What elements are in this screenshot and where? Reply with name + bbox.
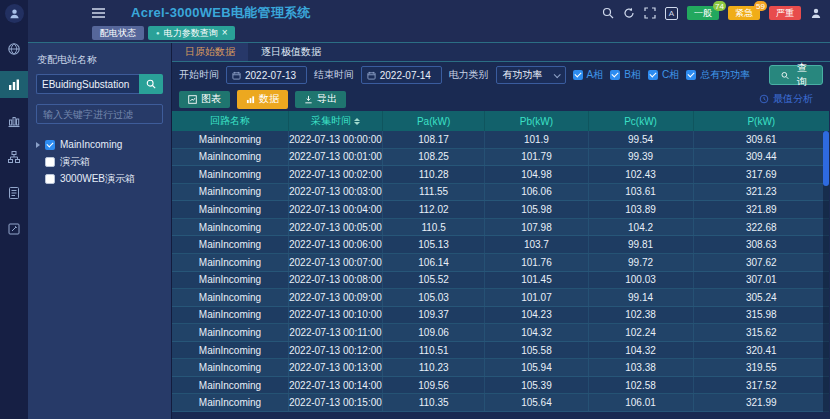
phase-c-label: C相 xyxy=(662,68,679,82)
tree-filter-input[interactable] xyxy=(36,104,163,124)
tree-checkbox-unchecked[interactable] xyxy=(45,174,55,184)
table-row[interactable]: MainIncoming2022-07-13 00:14:00109.56105… xyxy=(172,377,829,395)
table-row[interactable]: MainIncoming2022-07-13 00:07:00106.14101… xyxy=(172,254,829,272)
table-cell: MainIncoming xyxy=(172,289,289,306)
table-cell: 2022-07-13 00:08:00 xyxy=(289,272,383,289)
extreme-analysis-link[interactable]: 最值分析 xyxy=(759,92,813,106)
table-cell: MainIncoming xyxy=(172,359,289,376)
document-icon xyxy=(7,186,21,200)
chart-view-button[interactable]: 图表 xyxy=(179,91,230,108)
navbar-actions: A 一般 74 紧急 59 严重 xyxy=(602,6,830,20)
table-row[interactable]: MainIncoming2022-07-13 00:15:00110.35105… xyxy=(172,394,829,412)
tree-checkbox-unchecked[interactable] xyxy=(45,157,55,167)
header-pb: Pb(kW) xyxy=(485,111,588,131)
table-cell: 2022-07-13 00:13:00 xyxy=(289,359,383,376)
table-cell: 319.55 xyxy=(694,359,829,376)
table-row[interactable]: MainIncoming2022-07-13 00:06:00105.13103… xyxy=(172,236,829,254)
rail-item-overview[interactable] xyxy=(0,35,28,62)
tree-node-mainincoming[interactable]: MainIncoming xyxy=(36,136,163,153)
table-cell: MainIncoming xyxy=(172,377,289,394)
workspace: 变配电站名称 MainIncoming 演示 xyxy=(28,43,830,419)
power-type-value: 有功功率 xyxy=(503,68,543,82)
tree-node-label: 3000WEB演示箱 xyxy=(60,172,135,186)
end-date-input[interactable]: 2022-07-14 xyxy=(361,66,442,84)
tab-power-parameter-query-label: 电力参数查询 xyxy=(164,27,218,40)
table-row[interactable]: MainIncoming2022-07-13 00:02:00110.28104… xyxy=(172,166,829,184)
phase-b-checkbox[interactable]: B相 xyxy=(610,68,641,82)
rail-item-power-query[interactable] xyxy=(0,71,28,98)
station-search-button[interactable] xyxy=(139,74,163,94)
table-row[interactable]: MainIncoming2022-07-13 00:11:00109.06104… xyxy=(172,324,829,342)
table-scrollbar[interactable] xyxy=(823,131,829,412)
tab-distribution-status[interactable]: 配电状态 xyxy=(92,26,144,40)
table-cell: 104.32 xyxy=(485,324,588,341)
scrollbar-thumb[interactable] xyxy=(823,131,829,186)
alarm-severe-button[interactable]: 严重 xyxy=(769,6,801,20)
data-view-button[interactable]: 数据 xyxy=(237,90,288,109)
expand-caret-icon[interactable] xyxy=(36,142,40,148)
table-cell: 2022-07-13 00:06:00 xyxy=(289,236,383,253)
refresh-icon[interactable] xyxy=(623,7,635,19)
table-row[interactable]: MainIncoming2022-07-13 00:08:00105.52101… xyxy=(172,272,829,290)
alarm-urgent-button[interactable]: 紧急 59 xyxy=(728,6,760,20)
rail-item-settings[interactable] xyxy=(0,215,28,242)
tree-checkbox-checked[interactable] xyxy=(45,140,55,150)
tree-node-demo-box[interactable]: 演示箱 xyxy=(36,153,163,170)
table-cell: 2022-07-13 00:00:00 xyxy=(289,131,383,148)
table-row[interactable]: MainIncoming2022-07-13 00:01:00108.25101… xyxy=(172,149,829,167)
phase-c-checkbox[interactable]: C相 xyxy=(648,68,679,82)
table-cell: 104.98 xyxy=(485,166,588,183)
header-collect-time[interactable]: 采集时间 xyxy=(289,111,383,131)
table-row[interactable]: MainIncoming2022-07-13 00:04:00112.02105… xyxy=(172,201,829,219)
left-rail xyxy=(0,0,28,419)
search-icon[interactable] xyxy=(602,7,614,19)
content-tab-bar: 日原始数据 逐日极值数据 xyxy=(172,43,830,62)
table-row[interactable]: MainIncoming2022-07-13 00:10:00109.37104… xyxy=(172,307,829,325)
table-cell: 2022-07-13 00:11:00 xyxy=(289,324,383,341)
table-cell: 2022-07-13 00:02:00 xyxy=(289,166,383,183)
rail-item-reports[interactable] xyxy=(0,179,28,206)
station-search-input[interactable] xyxy=(36,74,139,94)
tree-node-3000web-demo-box[interactable]: 3000WEB演示箱 xyxy=(36,170,163,187)
close-icon[interactable]: × xyxy=(222,28,228,38)
user-icon[interactable] xyxy=(810,7,822,19)
checkbox-checked xyxy=(648,70,658,80)
main-content: 日原始数据 逐日极值数据 开始时间 2022-07-13 结束时间 2022-0… xyxy=(172,43,830,419)
table-row[interactable]: MainIncoming2022-07-13 00:00:00108.17101… xyxy=(172,131,829,149)
top-navbar: Acrel-3000WEB电能管理系统 A 一般 74 紧急 xyxy=(28,0,830,26)
table-cell: 112.02 xyxy=(383,201,485,218)
tab-daily-raw-data[interactable]: 日原始数据 xyxy=(172,43,248,61)
export-button-label: 导出 xyxy=(317,92,337,106)
table-cell: 2022-07-13 00:04:00 xyxy=(289,201,383,218)
export-button[interactable]: 导出 xyxy=(295,91,346,108)
table-cell: 2022-07-13 00:14:00 xyxy=(289,377,383,394)
power-type-select[interactable]: 有功功率 xyxy=(496,66,566,84)
table-cell: MainIncoming xyxy=(172,166,289,183)
table-row[interactable]: MainIncoming2022-07-13 00:12:00110.51105… xyxy=(172,342,829,360)
fullscreen-icon[interactable] xyxy=(644,7,656,19)
table-cell: 2022-07-13 00:15:00 xyxy=(289,394,383,411)
user-avatar[interactable] xyxy=(5,4,24,23)
total-active-power-checkbox[interactable]: 总有功功率 xyxy=(686,68,750,82)
query-button[interactable]: 查询 xyxy=(769,65,823,85)
table-row[interactable]: MainIncoming2022-07-13 00:09:00105.03101… xyxy=(172,289,829,307)
alarm-general-label: 一般 xyxy=(694,7,712,20)
rail-item-topology[interactable] xyxy=(0,143,28,170)
rail-item-statistics[interactable] xyxy=(0,107,28,134)
sort-icon[interactable] xyxy=(354,118,360,125)
phase-a-checkbox[interactable]: A相 xyxy=(573,68,604,82)
tab-power-parameter-query[interactable]: ● 电力参数查询 × xyxy=(148,26,235,40)
table-row[interactable]: MainIncoming2022-07-13 00:13:00110.23105… xyxy=(172,359,829,377)
start-date-input[interactable]: 2022-07-13 xyxy=(226,66,307,84)
table-cell: 99.81 xyxy=(589,236,694,253)
alarm-general-button[interactable]: 一般 74 xyxy=(687,6,719,20)
table-cell: 315.62 xyxy=(694,324,829,341)
language-icon[interactable]: A xyxy=(665,7,678,20)
table-row[interactable]: MainIncoming2022-07-13 00:05:00110.5107.… xyxy=(172,219,829,237)
tab-daily-extreme-data[interactable]: 逐日极值数据 xyxy=(248,43,334,61)
table-row[interactable]: MainIncoming2022-07-13 00:03:00111.55106… xyxy=(172,184,829,202)
menu-toggle-icon[interactable] xyxy=(92,8,105,18)
table-cell: MainIncoming xyxy=(172,236,289,253)
app-window: Acrel-3000WEB电能管理系统 A 一般 74 紧急 xyxy=(0,0,830,419)
table-cell: 321.99 xyxy=(694,394,829,411)
